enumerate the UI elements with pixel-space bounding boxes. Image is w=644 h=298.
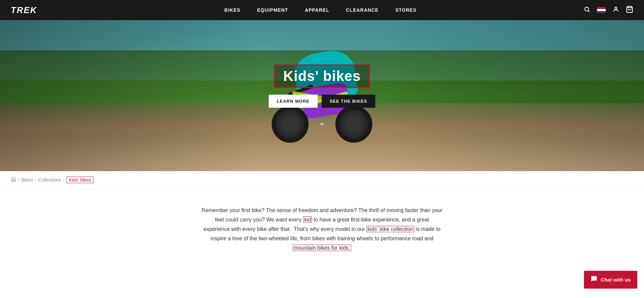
search-icon[interactable] [584,6,590,14]
see-bikes-button[interactable]: SEE THE BIKES [322,95,375,108]
svg-line-1 [588,10,590,12]
navbar-icons [584,6,633,15]
kids-bike-collection-link[interactable]: kids' bike collection [366,226,414,232]
nav-link-bikes[interactable]: BIKES [224,7,240,13]
hero-content: Kids' bikes LEARN MORE SEE THE BIKES ⌄ [269,64,375,127]
svg-point-0 [585,7,589,11]
brand-logo[interactable]: TREK [11,5,37,15]
breadcrumb-sep-2: / [35,177,36,183]
flag-icon[interactable] [597,7,606,13]
cart-icon[interactable] [626,6,633,15]
hero-title: Kids' bikes [283,68,361,84]
mountain-bikes-kids-link[interactable]: mountain bikes for kids. [293,245,351,251]
nav-links: BIKES EQUIPMENT APPAREL CLEARANCE STORES [57,7,584,13]
nav-link-stores[interactable]: STORES [395,7,417,13]
nav-link-clearance[interactable]: CLEARANCE [346,7,379,13]
breadcrumb-sep-1: / [18,177,19,183]
learn-more-button[interactable]: LEARN MORE [269,95,317,108]
breadcrumb-sep-3: / [63,177,65,183]
content-section: Remember your first bike? The sense of f… [195,206,449,253]
hero-section: Kids' bikes LEARN MORE SEE THE BIKES ⌄ [0,20,644,171]
hero-buttons: LEARN MORE SEE THE BIKES [269,95,375,108]
breadcrumb-collections[interactable]: Collections [38,177,61,183]
breadcrumb: / Bikes / Collections / Kids' bikes [0,171,644,189]
kid-link[interactable]: kid [303,216,312,223]
home-icon[interactable] [11,177,16,183]
nav-link-equipment[interactable]: EQUIPMENT [257,7,288,13]
hero-title-box: Kids' bikes [274,64,370,88]
nav-link-apparel[interactable]: APPAREL [305,7,329,13]
intro-paragraph: Remember your first bike? The sense of f… [201,206,443,253]
navbar: TREK BIKES EQUIPMENT APPAREL CLEARANCE S… [0,0,644,20]
breadcrumb-current[interactable]: Kids' bikes [66,177,93,183]
breadcrumb-bikes[interactable]: Bikes [21,177,33,183]
account-icon[interactable] [612,6,619,14]
scroll-down-chevron[interactable]: ⌄ [319,118,325,127]
svg-point-2 [615,7,617,9]
